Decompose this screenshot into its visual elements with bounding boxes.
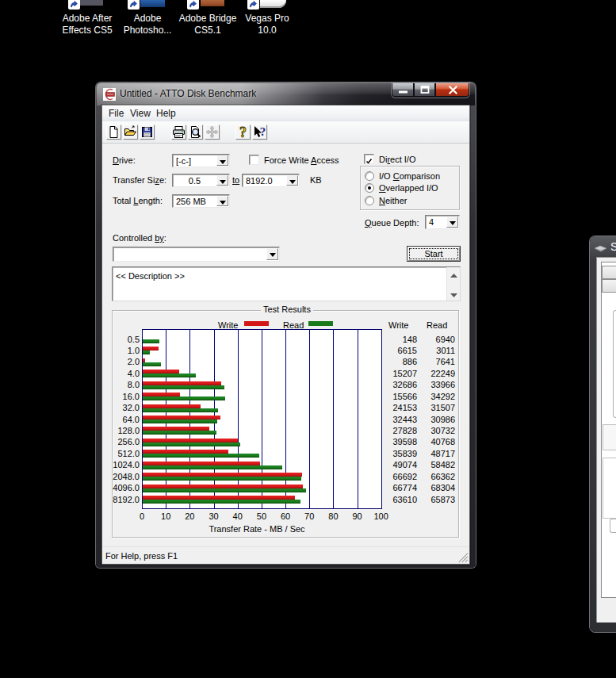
svg-text:?: ? (260, 125, 266, 138)
svg-text:?: ? (239, 125, 247, 139)
